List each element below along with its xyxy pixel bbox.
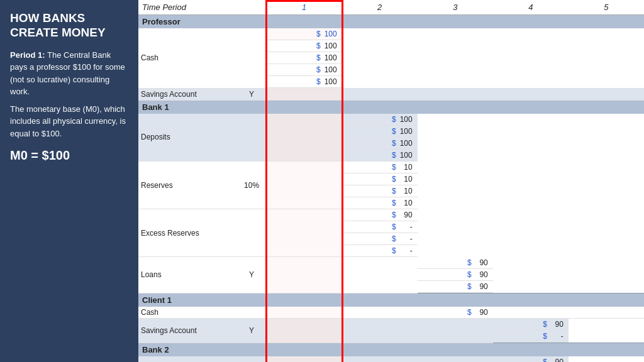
- header-note: [237, 0, 267, 15]
- cell-loans-p2: [342, 257, 418, 293]
- table-row: Cash$100$100$100$100$100: [138, 28, 644, 88]
- cell-excess-reserves-p5: $-: [342, 245, 418, 257]
- cell-loans-p1: [267, 257, 342, 293]
- section-header-professor: Professor: [138, 15, 644, 29]
- cell-savings-account-p5: $-: [493, 331, 569, 343]
- table-row: Excess Reserves$90$-$-$-: [138, 209, 644, 257]
- cell-loans-p3: $90: [418, 257, 493, 269]
- cell-deposits-p4: $100: [342, 138, 418, 150]
- cell-reserves-p5: $10: [342, 197, 418, 209]
- cell-deposits-p3: [418, 356, 493, 362]
- m0-label: M0 = $100: [10, 148, 128, 163]
- cell-excess-reserves-p1: [267, 209, 342, 257]
- cell-cash-p2: [342, 307, 418, 319]
- cell-excess-reserves-p2: $90: [342, 209, 418, 221]
- description: The monetary base (M0), which includes a…: [10, 103, 128, 140]
- cell-reserves-p4: $10: [342, 185, 418, 197]
- cell-excess-reserves-p3: $-: [342, 221, 418, 233]
- header-p1: 1: [267, 0, 342, 15]
- cell-savings-account-p2: [342, 319, 418, 343]
- right-panel: Time Period 1 2 3 4 5 ProfessorCash$100$…: [138, 0, 644, 362]
- table-row: Reserves10%$10$10$10$10: [138, 162, 644, 209]
- header-p3: 3: [418, 0, 493, 15]
- section-header-client-1: Client 1: [138, 293, 644, 307]
- header-p5: 5: [569, 0, 644, 15]
- cell-deposits-p5: $100: [342, 150, 418, 162]
- cell-cash-p3: $90: [418, 307, 493, 319]
- header-p4: 4: [493, 0, 569, 15]
- cell-savings-account-p1: [267, 319, 342, 343]
- cell-cash-p1: [267, 307, 342, 319]
- section-header-bank-1: Bank 1: [138, 100, 644, 114]
- cell-reserves-p3: $10: [342, 173, 418, 185]
- cell-deposits-p2: $100: [342, 114, 418, 126]
- table-header: Time Period 1 2 3 4 5: [138, 0, 644, 15]
- cell-deposits-p3: $100: [342, 126, 418, 138]
- cell-reserves-p1: [267, 162, 342, 209]
- cell-cash-p3: $100: [267, 52, 342, 64]
- cell-savings-account-p1: [267, 88, 342, 100]
- table-row: Savings AccountY: [138, 88, 644, 100]
- cell-cash-p2: $100: [267, 40, 342, 52]
- left-panel: HOW BANKS CREATE MONEY Period 1: The Cen…: [0, 0, 138, 362]
- header-p2: 2: [342, 0, 418, 15]
- cell-cash-p5: $100: [267, 76, 342, 88]
- table-row: Savings AccountY$90$-: [138, 319, 644, 343]
- main-table: Time Period 1 2 3 4 5 ProfessorCash$100$…: [138, 0, 644, 362]
- cell-savings-account-p2: [342, 88, 418, 100]
- main-title: HOW BANKS CREATE MONEY: [10, 11, 128, 40]
- cell-loans-p5: $90: [418, 281, 493, 293]
- cell-deposits-p1: [267, 356, 342, 362]
- cell-reserves-p2: $10: [342, 162, 418, 173]
- cell-loans-p4: $90: [418, 269, 493, 281]
- cell-cash-p4: [493, 307, 569, 319]
- cell-cash-p4: $100: [267, 64, 342, 76]
- section-header-bank-2: Bank 2: [138, 343, 644, 357]
- cell-deposits-p2: [342, 356, 418, 362]
- cell-deposits-p4: $90: [493, 356, 569, 362]
- table-row: Deposits$90$90: [138, 356, 644, 362]
- cell-excess-reserves-p4: $-: [342, 233, 418, 245]
- cell-savings-account-p4: [493, 88, 569, 100]
- cell-savings-account-p3: [418, 88, 493, 100]
- cell-cash-p1: $100: [267, 28, 342, 40]
- table-row: LoansY$90$90$90: [138, 257, 644, 293]
- cell-deposits-p1: [267, 114, 342, 162]
- cell-savings-account-p5: [569, 88, 644, 100]
- table-body: ProfessorCash$100$100$100$100$100Savings…: [138, 15, 644, 363]
- cell-savings-account-p3: [418, 319, 493, 343]
- header-time-period: Time Period: [138, 0, 237, 15]
- cell-cash-p5: [569, 307, 644, 319]
- cell-savings-account-p4: $90: [493, 319, 569, 331]
- table-row: Cash$90: [138, 307, 644, 319]
- table-row: Deposits$100$100$100$100: [138, 114, 644, 162]
- period-label: Period 1: The Central Bank pays a profes…: [10, 49, 128, 98]
